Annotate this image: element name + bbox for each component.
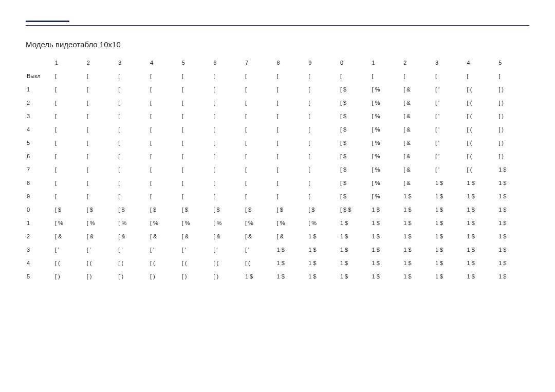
row-header: 8 [26,176,54,190]
cell: [ [86,96,118,109]
cell: 1 $ [402,256,434,270]
table-row: 4[ ([ ([ ([ ([ ([ ([ (1 $1 $1 $1 $1 $1 $… [26,256,529,270]
cell: [ [307,136,339,150]
cell: [ [149,176,181,190]
cell: 1 $ [371,256,403,270]
cell: [ [86,69,118,83]
cell: [ [149,150,181,163]
cell: [ [244,176,276,190]
cell: 1 $ [434,270,466,283]
cell: 1 $ [497,230,529,243]
cell: [ [339,69,371,83]
cell: [ [276,109,308,123]
cell: [ [117,96,149,109]
cell: [ ) [181,270,213,283]
col-header: 3 [117,56,149,69]
cell: [ [181,96,213,109]
cell: [ [466,69,498,83]
cell: 1 $ [244,270,276,283]
row-header: 0 [26,203,54,216]
cell: 1 $ [466,216,498,230]
cell: [ ' [434,150,466,163]
cell: 1 $ [371,203,403,216]
cell: 1 $ [339,256,371,270]
cell: [ [402,69,434,83]
cell: [ [212,123,244,136]
cell: [ [54,176,86,190]
cell: [ [307,96,339,109]
cell: 1 $ [497,270,529,283]
cell: [ & [244,230,276,243]
cell: 1 $ [371,243,403,256]
cell: [ [54,69,86,83]
cell: [ % [371,136,403,150]
col-header: 6 [212,56,244,69]
cell: 1 $ [371,270,403,283]
col-header: 9 [307,56,339,69]
cell: [ ' [434,163,466,176]
cell: [ ' [181,243,213,256]
col-header: 4 [466,56,498,69]
cell: [ ' [244,243,276,256]
cell: [ % [181,216,213,230]
cell: [ [276,163,308,176]
cell: [ [181,123,213,136]
cell: [ $ [86,203,118,216]
cell: [ [307,83,339,96]
cell: [ [181,176,213,190]
col-header: 1 [54,56,86,69]
cell: [ & [149,230,181,243]
cell: [ ' [434,109,466,123]
cell: [ ( [466,150,498,163]
cell: [ $ [307,203,339,216]
row-header: 7 [26,163,54,176]
cell: [ & [402,123,434,136]
cell: 1 $ [339,243,371,256]
cell: [ [54,123,86,136]
cell: 1 $ [307,230,339,243]
cell: [ ) [149,270,181,283]
cell: 1 $ [497,243,529,256]
cell: [ [149,190,181,203]
cell: 1 $ [402,216,434,230]
cell: [ % [86,216,118,230]
cell: [ [212,163,244,176]
col-header: 1 [371,56,403,69]
cell: [ [149,109,181,123]
cell: [ [212,69,244,83]
cell: [ ) [117,270,149,283]
cell: [ [307,176,339,190]
cell: 1 $ [466,230,498,243]
row-header: 1 [26,83,54,96]
cell: [ & [402,150,434,163]
cell: [ ( [149,256,181,270]
cell: [ $ [339,150,371,163]
cell: [ ' [434,83,466,96]
cell: [ [212,109,244,123]
cell: [ ' [434,123,466,136]
row-header: 3 [26,109,54,123]
cell: [ % [371,163,403,176]
row-header: 3 [26,243,54,256]
cell: [ $ [339,136,371,150]
cell: [ & [86,230,118,243]
cell: [ & [54,230,86,243]
cell: [ % [371,109,403,123]
cell: [ [117,109,149,123]
cell: 1 $ [276,243,308,256]
cell: [ $ [149,203,181,216]
row-header: 4 [26,123,54,136]
cell: [ % [371,96,403,109]
cell: [ $ [181,203,213,216]
cell: [ [54,190,86,203]
table-row: Выкл[[[[[[[[[[[[[[[ [26,69,529,83]
cell: [ [276,83,308,96]
cell: [ % [54,216,86,230]
cell: 1 $ [466,190,498,203]
cell: [ & [402,83,434,96]
cell: [ ( [54,256,86,270]
cell: [ [149,69,181,83]
cell: 1 $ [466,243,498,256]
table-row: 3[ '[ '[ '[ '[ '[ '[ '1 $1 $1 $1 $1 $1 $… [26,243,529,256]
row-header: 5 [26,136,54,150]
